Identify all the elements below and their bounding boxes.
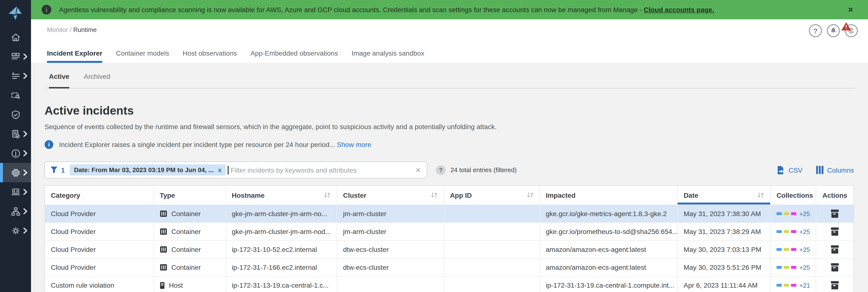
tab-host-observations[interactable]: Host observations: [183, 49, 237, 63]
collections-more-link[interactable]: +21: [799, 282, 810, 289]
sidebar-item-defend[interactable]: [0, 105, 31, 124]
chevron-right-icon: [23, 208, 28, 214]
date-filter-chip[interactable]: Date: From Mar 03, 2023 03:19 PM to Jun …: [70, 165, 226, 176]
breadcrumb-section[interactable]: Monitor: [47, 26, 68, 33]
show-more-link[interactable]: Show more: [337, 141, 371, 148]
cell-actions: [816, 205, 854, 222]
header-app-id[interactable]: App ID: [444, 186, 540, 205]
cell-impacted: amazon/amazon-ecs-agent:latest: [540, 241, 678, 258]
warning-triangle-icon: [841, 22, 851, 31]
cell-app-id: [444, 241, 540, 258]
cloud-accounts-link[interactable]: Cloud accounts page.: [644, 6, 714, 13]
page-description: Sequence of events collected by the runt…: [44, 123, 854, 131]
policy-list-icon: [10, 71, 21, 81]
cell-collections: +21: [771, 277, 816, 292]
banner-close-icon[interactable]: ✕: [848, 6, 854, 13]
account-status-button[interactable]: [845, 24, 858, 37]
header-hostname[interactable]: Hostname: [226, 186, 337, 205]
table-row[interactable]: Cloud Provider Container ip-172-31-7-166…: [45, 258, 854, 276]
table-row[interactable]: Custom rule violation Host ip-172-31-13-…: [45, 276, 854, 292]
cell-collections: +25: [771, 259, 816, 276]
cell-category: Cloud Provider: [45, 241, 154, 258]
sort-icon[interactable]: [323, 192, 331, 198]
header-type: Type: [154, 186, 226, 205]
filter-funnel-button[interactable]: 1: [50, 166, 65, 174]
table-row[interactable]: Cloud Provider Container gke-jm-arm-clus…: [45, 222, 854, 240]
collections-more-link[interactable]: +25: [799, 246, 810, 253]
sidebar-item-compliance[interactable]: [0, 124, 31, 144]
sidebar-item-topology[interactable]: [0, 202, 31, 221]
tab-container-models[interactable]: Container models: [116, 49, 169, 63]
clear-filter-icon[interactable]: ✕: [414, 166, 422, 174]
collections-more-link[interactable]: +25: [799, 210, 810, 217]
breadcrumb-current: Runtime: [73, 26, 97, 33]
cell-type: Container: [154, 205, 226, 222]
header-date[interactable]: Date: [678, 186, 771, 205]
collections-more-link[interactable]: +25: [799, 264, 810, 271]
main-content: Active Archived Active incidents Sequenc…: [31, 63, 868, 292]
cell-hostname: ip-172-31-7-166.ec2.internal: [226, 259, 337, 276]
tab-incident-explorer[interactable]: Incident Explorer: [47, 49, 102, 63]
archive-button[interactable]: [831, 245, 839, 254]
archive-button[interactable]: [831, 281, 839, 290]
sidebar-item-containers[interactable]: [0, 47, 31, 66]
containers-icon: [10, 51, 21, 62]
runtime-chip-icon: [10, 168, 21, 178]
chip-remove-icon[interactable]: x: [218, 166, 221, 174]
cell-actions: [816, 259, 854, 276]
collection-swatch: [776, 266, 782, 269]
sort-icon[interactable]: [757, 192, 764, 198]
table-row[interactable]: Cloud Provider Container ip-172-31-10-52…: [45, 240, 854, 258]
app-window: i Agentless vulnerability and compliance…: [0, 0, 868, 292]
cell-type: Host: [154, 277, 226, 292]
sidebar-item-policies[interactable]: [0, 66, 31, 85]
bell-icon: [829, 27, 837, 35]
info-icon: i: [42, 5, 51, 14]
sidebar-item-scan[interactable]: [0, 85, 31, 105]
table-row[interactable]: Cloud Provider Container gke-jm-arm-clus…: [45, 205, 854, 222]
archive-button[interactable]: [831, 263, 839, 272]
chevron-right-icon: [23, 53, 28, 60]
header-cluster[interactable]: Cluster: [337, 186, 444, 205]
sidebar-item-app-embedded[interactable]: [0, 182, 31, 202]
collection-swatch: [791, 284, 796, 287]
compliance-doc-icon: [10, 129, 21, 139]
info-icon: i: [44, 140, 53, 149]
archive-button[interactable]: [831, 227, 839, 236]
sidebar-item-home[interactable]: [0, 28, 31, 47]
sort-icon[interactable]: [431, 192, 438, 198]
subtab-active[interactable]: Active: [49, 73, 69, 88]
sort-icon[interactable]: [526, 192, 533, 198]
cell-date: May 30, 2023 5:51:26 PM: [678, 259, 771, 276]
collection-swatch: [791, 266, 796, 269]
sidebar-item-incidents[interactable]: [0, 144, 31, 163]
notifications-button[interactable]: [827, 24, 840, 37]
cell-hostname: gke-jm-arm-cluster-jm-arm-no...: [226, 205, 337, 222]
host-icon: [160, 282, 164, 289]
tab-image-analysis-sandbox[interactable]: Image analysis sandbox: [351, 49, 424, 63]
sidebar-item-runtime[interactable]: [0, 163, 31, 182]
header-actions: Actions: [816, 186, 854, 205]
settings-gear-icon: [10, 225, 21, 236]
archive-button[interactable]: [831, 209, 839, 218]
header-impacted: Impacted: [540, 186, 678, 205]
subtab-archived[interactable]: Archived: [84, 73, 110, 88]
scan-icon: [10, 90, 21, 100]
collection-swatch: [791, 230, 796, 233]
text-caret: [228, 166, 228, 174]
cell-cluster: dtw-ecs-cluster: [337, 259, 444, 276]
collection-swatch: [791, 212, 796, 215]
filter-help-icon[interactable]: ?: [436, 165, 445, 175]
cell-cluster: [337, 277, 444, 292]
filter-box[interactable]: 1 Date: From Mar 03, 2023 03:19 PM to Ju…: [44, 161, 427, 178]
sidebar-item-settings[interactable]: [0, 221, 31, 240]
filter-input[interactable]: [230, 166, 414, 174]
container-icon: [160, 264, 167, 271]
csv-export-button[interactable]: CSV: [777, 166, 803, 174]
collections-more-link[interactable]: +25: [799, 228, 810, 235]
chevron-right-icon: [23, 73, 28, 79]
info-note-row: i Incident Explorer raises a single inci…: [44, 140, 854, 149]
help-button[interactable]: ?: [809, 24, 822, 37]
columns-button[interactable]: Columns: [816, 166, 854, 174]
tab-app-embedded-observations[interactable]: App-Embedded observations: [250, 49, 338, 63]
